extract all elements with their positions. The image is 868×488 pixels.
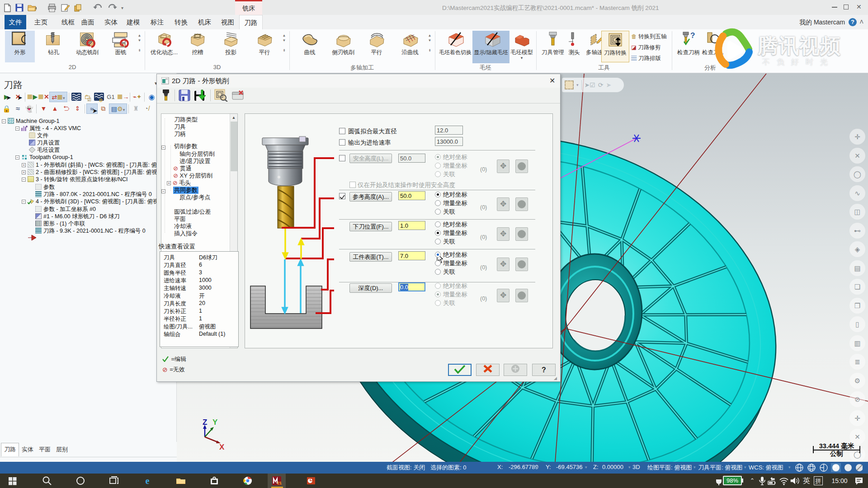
svg-text:Y: Y: [212, 418, 218, 427]
svg-text:21: 21: [277, 481, 282, 485]
svg-text:X: X: [219, 443, 225, 451]
svg-text:Z: Z: [203, 418, 207, 427]
svg-text:?: ?: [690, 32, 695, 40]
